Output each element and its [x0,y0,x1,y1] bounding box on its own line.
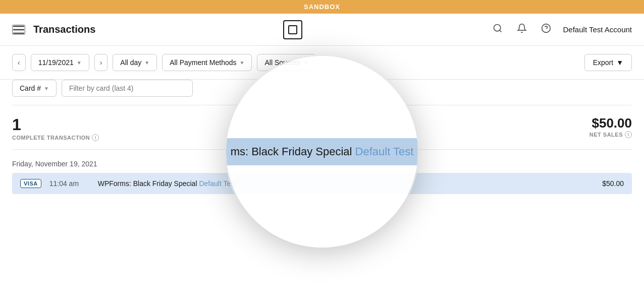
square-logo [283,20,302,39]
card-number-input[interactable] [62,80,193,97]
transaction-count: 1 [12,115,99,134]
header-right: Default Test Account [491,21,632,38]
date-value: 11/19/2021 [38,58,74,67]
net-sales-info-icon[interactable]: i [625,131,632,138]
main-content: 1 COMPLETE TRANSACTION i $50.00 NET SALE… [0,105,644,204]
help-button[interactable] [539,21,553,38]
transaction-info-icon[interactable]: i [92,134,99,141]
sources-label: All Sources [264,58,300,67]
transaction-count-block: 1 COMPLETE TRANSACTION i [12,115,99,141]
tx-default-test: Default Test [199,179,236,188]
stats-row: 1 COMPLETE TRANSACTION i $50.00 NET SALE… [12,115,632,150]
date-filter[interactable]: 11/19/2021 ▼ [31,54,89,71]
card-filter-row: Card # ▼ [0,80,644,105]
export-chevron-icon: ▼ [616,58,623,67]
time-chevron-icon: ▼ [144,60,149,66]
card-label: Card # [20,84,41,92]
payment-chevron-icon: ▼ [240,60,245,66]
header: Transactions Default Test Account [0,14,644,46]
prev-date-button[interactable]: ‹ [12,54,26,71]
transaction-row[interactable]: VISA 11:04 am WPForms: Black Friday Spec… [12,173,632,194]
card-chevron-icon: ▼ [44,86,49,91]
sandbox-banner: SANDBOX [0,0,644,14]
account-name: Default Test Account [563,25,632,34]
header-center [95,20,490,39]
square-logo-inner [288,25,297,34]
sources-chevron-icon: ▼ [303,60,308,66]
next-date-button[interactable]: › [94,54,108,71]
menu-button[interactable] [12,25,25,35]
payment-method-filter[interactable]: All Payment Methods ▼ [162,54,252,71]
search-button[interactable] [491,21,505,38]
page-title: Transactions [33,24,95,35]
transaction-label: COMPLETE TRANSACTION i [12,134,99,141]
sources-filter[interactable]: All Sources ▼ [257,54,316,71]
visa-badge: VISA [20,179,41,188]
date-chevron-icon: ▼ [77,60,82,66]
time-label: All day [120,58,141,67]
svg-line-1 [499,30,501,32]
payment-method-label: All Payment Methods [170,58,236,67]
card-filter[interactable]: Card # ▼ [12,80,57,97]
tx-amount: $50.00 [602,179,624,188]
date-group-label: Friday, November 19, 2021 [12,160,632,168]
export-button[interactable]: Export ▼ [584,54,632,71]
notification-button[interactable] [515,21,529,38]
header-left: Transactions [12,24,95,35]
export-label: Export [593,58,613,67]
sandbox-label: SANDBOX [304,3,340,11]
toolbar: ‹ 11/19/2021 ▼ › All day ▼ All Payment M… [0,46,644,80]
tx-description: WPForms: Black Friday Special Default Te… [98,179,594,188]
net-sales-block: $50.00 NET SALES i [589,115,632,138]
net-sales-amount: $50.00 [589,115,632,131]
tx-time: 11:04 am [49,179,90,188]
net-sales-label: NET SALES i [589,131,632,138]
time-filter[interactable]: All day ▼ [113,54,157,71]
svg-point-0 [494,25,500,31]
